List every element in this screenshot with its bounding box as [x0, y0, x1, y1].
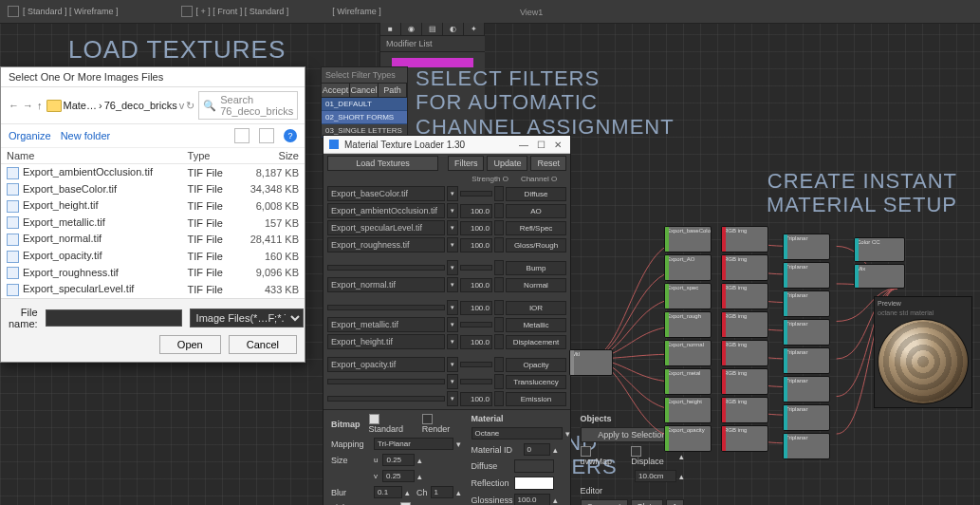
strength-input[interactable]: 100.0	[460, 392, 492, 406]
texture-slot[interactable]: Export_baseColor.tif ▾ Diffuse	[324, 185, 570, 202]
filename-input[interactable]	[46, 309, 182, 327]
file-row[interactable]: Export_baseColor.tifTIF File34,348 KB	[1, 181, 305, 198]
search-input[interactable]: 🔍 Search 76_deco_bricks	[198, 91, 298, 120]
reflection-swatch[interactable]	[514, 477, 554, 490]
slot-file[interactable]: Export_normal.tif	[327, 277, 445, 292]
help-icon[interactable]: ?	[284, 129, 297, 142]
texture-slot[interactable]: Export_opacity.tif ▾ Opacity	[324, 356, 570, 373]
slot-file[interactable]	[327, 305, 445, 310]
channel-select[interactable]: Translucency	[506, 375, 566, 389]
graph-node[interactable]: Export_normal	[664, 340, 712, 366]
stepper-icon[interactable]	[494, 237, 504, 252]
stepper-icon[interactable]	[494, 260, 504, 275]
graph-node[interactable]: RGB img	[721, 283, 768, 309]
open-button[interactable]: Open	[159, 335, 221, 354]
strength-input[interactable]: 100.0	[460, 335, 492, 349]
strength-input[interactable]: 100.0	[460, 204, 492, 218]
slot-1-button[interactable]: 1	[666, 499, 684, 505]
texture-slot[interactable]: ▾ 100.0 IOR	[324, 299, 570, 316]
channel-select[interactable]: Metallic	[506, 318, 566, 332]
compact-button[interactable]: Compact	[581, 499, 628, 505]
stepper-icon[interactable]	[494, 334, 504, 349]
texture-slot[interactable]: ▾ Translucency	[324, 373, 570, 390]
preview-pane-icon[interactable]	[259, 128, 274, 143]
texture-slot[interactable]: ▾ Bump	[324, 259, 570, 276]
strength-input[interactable]	[460, 379, 492, 384]
chevron-down-icon[interactable]: ▾	[447, 220, 458, 235]
graph-node[interactable]: Triplanar	[783, 433, 830, 459]
texture-slot[interactable]: ▾ 100.0 Emission	[324, 390, 570, 407]
graph-node[interactable]: Mtl	[569, 349, 613, 376]
graph-node[interactable]: Export_baseColor	[664, 226, 712, 252]
view-mode-icon[interactable]	[234, 128, 250, 143]
graph-node[interactable]: Mix	[854, 264, 905, 289]
slot-file[interactable]	[327, 396, 445, 402]
reset-button[interactable]: Reset	[530, 156, 566, 171]
stepper-icon[interactable]	[494, 186, 504, 201]
texture-slot[interactable]: Export_roughness.tif ▾ 100.0 Gloss/Rough	[324, 236, 570, 253]
chevron-down-icon[interactable]: ▾	[447, 237, 458, 252]
channel-select[interactable]: IOR	[506, 301, 566, 315]
blur-input[interactable]: 0.1	[374, 486, 402, 498]
chevron-down-icon[interactable]: ▾	[447, 391, 458, 406]
slot-file[interactable]: Export_metallic.tif	[327, 317, 445, 332]
strength-input[interactable]	[460, 362, 492, 367]
filter-item[interactable]: 01_DEFAULT	[322, 98, 407, 111]
file-row[interactable]: Export_specularLevel.tifTIF File433 KB	[1, 281, 305, 298]
texture-slot[interactable]: Export_specularLevel.tif ▾ 100.0 Refl/Sp…	[324, 219, 570, 236]
maximize-icon[interactable]: ☐	[534, 139, 547, 150]
ch-input[interactable]: 1	[431, 486, 453, 498]
file-row[interactable]: Export_height.tifTIF File6,008 KB	[1, 197, 305, 215]
file-row[interactable]: Export_roughness.tifTIF File9,096 KB	[1, 265, 305, 282]
file-row[interactable]: Export_normal.tifTIF File28,411 KB	[1, 231, 305, 248]
stepper-icon[interactable]	[494, 391, 504, 406]
graph-node[interactable]: Color CC	[854, 237, 905, 262]
stepper-icon[interactable]	[494, 220, 504, 235]
chevron-down-icon[interactable]: ▾	[447, 203, 458, 218]
cancel-button[interactable]: Cancel	[229, 335, 297, 354]
texture-slot[interactable]: Export_metallic.tif ▾ Metallic	[324, 316, 570, 333]
nav-up-icon[interactable]: ↑	[37, 100, 43, 111]
graph-node[interactable]: Triplanar	[783, 404, 830, 431]
chevron-down-icon[interactable]: ▾	[447, 334, 458, 349]
load-textures-button[interactable]: Load Textures	[327, 156, 438, 171]
file-row[interactable]: Export_metallic.tifTIF File157 KB	[1, 215, 305, 232]
strength-input[interactable]	[460, 265, 492, 271]
filetype-select[interactable]: Image Files(*…F;*.TGA;*.RPF)	[190, 309, 304, 327]
graph-node[interactable]: Triplanar	[783, 234, 830, 260]
graph-node[interactable]: RGB img	[721, 397, 768, 423]
chevron-down-icon[interactable]: ▾	[447, 300, 458, 315]
graph-node[interactable]: Export_height	[664, 397, 712, 423]
channel-select[interactable]: Normal	[506, 278, 566, 292]
nav-back-icon[interactable]: ←	[9, 100, 19, 111]
engine-select[interactable]: Octane	[472, 427, 563, 440]
chevron-down-icon[interactable]: ▾	[447, 186, 458, 201]
slot-file[interactable]: Export_ambientOcclusion.tif	[327, 203, 445, 218]
organize-button[interactable]: Organize	[9, 130, 51, 141]
filters-button[interactable]: Filters	[448, 156, 485, 171]
stepper-icon[interactable]	[494, 203, 504, 218]
stepper-icon[interactable]	[494, 357, 504, 372]
size-u-input[interactable]: 0.25	[382, 454, 415, 466]
graph-node[interactable]: RGB img	[721, 226, 768, 252]
graph-node[interactable]: RGB img	[721, 368, 768, 395]
chevron-down-icon[interactable]: ▾	[447, 317, 458, 332]
stepper-icon[interactable]	[494, 300, 504, 315]
graph-node[interactable]: Export_opacity	[664, 425, 712, 452]
channel-select[interactable]: Gloss/Rough	[506, 238, 566, 252]
slot-file[interactable]	[327, 379, 445, 384]
modifier-list-label[interactable]: Modifier List	[380, 36, 485, 52]
breadcrumb[interactable]: Mate…› 76_deco_bricks v ↻	[46, 100, 195, 112]
filter-path-button[interactable]: Path	[379, 84, 407, 97]
graph-node[interactable]: Triplanar	[783, 262, 830, 289]
close-icon[interactable]: ✕	[551, 139, 564, 150]
strength-input[interactable]: 100.0	[460, 278, 492, 292]
slot-file[interactable]: Export_baseColor.tif	[327, 186, 445, 201]
filter-accept-button[interactable]: Accept	[322, 84, 350, 97]
graph-node[interactable]: Triplanar	[783, 347, 830, 374]
size-v-input[interactable]: 0.25	[382, 470, 415, 482]
diffuse-swatch[interactable]	[514, 459, 554, 473]
strength-input[interactable]	[460, 191, 492, 196]
stepper-icon[interactable]: ▴	[417, 456, 422, 465]
texture-slot[interactable]: Export_normal.tif ▾ 100.0 Normal	[324, 276, 570, 293]
